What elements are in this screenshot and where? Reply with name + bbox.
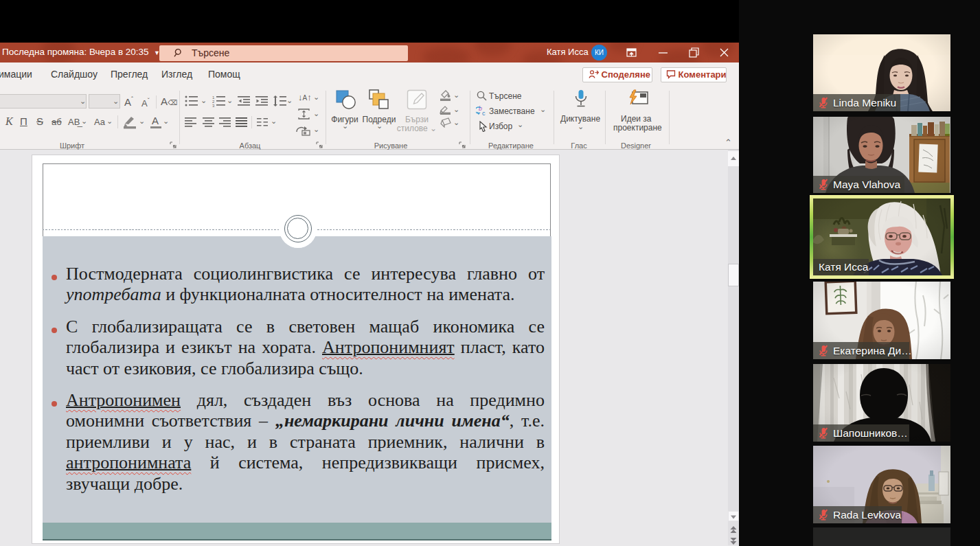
svg-text:c: c (482, 110, 486, 116)
svg-text:3: 3 (212, 104, 215, 108)
